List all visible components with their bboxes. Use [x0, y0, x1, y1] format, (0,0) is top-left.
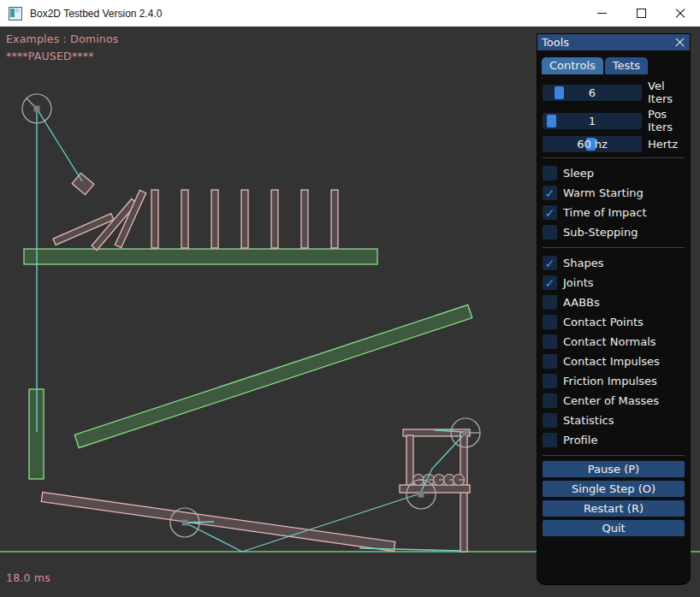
- anchor-square-4: [418, 492, 424, 498]
- domino-standing-2: [181, 190, 188, 248]
- hertz-label: Hertz: [648, 138, 678, 151]
- pos-iters-label: Pos Iters: [648, 108, 685, 133]
- checkbox[interactable]: [543, 354, 557, 369]
- checkbox[interactable]: [543, 433, 557, 447]
- checkbox-row-friction-impulses[interactable]: Friction Impulses: [543, 371, 685, 391]
- single-step-button[interactable]: Single Step (O): [543, 481, 685, 497]
- seesaw-plank: [41, 493, 394, 552]
- frame-left-post: [406, 435, 413, 490]
- window-title: Box2D Testbed Version 2.4.0: [30, 8, 163, 20]
- checkbox-row-joints[interactable]: Joints: [543, 273, 685, 293]
- checkbox-row-statistics[interactable]: Statistics: [543, 411, 685, 430]
- checkbox[interactable]: [543, 166, 557, 180]
- vel-iters-slider[interactable]: 6: [543, 85, 642, 101]
- separator: [543, 157, 685, 158]
- domino-standing-4: [241, 190, 248, 248]
- tools-panel-title: Tools: [542, 36, 569, 49]
- checkbox-row-contact-impulses[interactable]: Contact Impulses: [543, 352, 685, 371]
- separator: [543, 455, 685, 456]
- domino-standing-3: [211, 190, 218, 248]
- restart-button[interactable]: Restart (R): [543, 500, 685, 517]
- pos-iters-slider[interactable]: 1: [543, 113, 642, 129]
- checkbox[interactable]: [543, 275, 557, 290]
- checkbox[interactable]: [543, 413, 557, 428]
- maximize-icon: [637, 9, 646, 18]
- vel-iters-label: Vel Iters: [648, 80, 685, 105]
- hertz-slider[interactable]: 60 hz: [543, 136, 642, 152]
- domino-standing-5: [271, 190, 278, 248]
- tools-panel: Tools Controls Tests 6 Vel Iters: [537, 34, 690, 584]
- checkbox-row-contact-points[interactable]: Contact Points: [543, 312, 685, 332]
- tools-panel-titlebar[interactable]: Tools: [537, 34, 690, 50]
- checkbox[interactable]: [543, 225, 557, 239]
- checkbox[interactable]: [543, 256, 557, 270]
- domino-platform: [24, 249, 377, 264]
- checkbox-row-sub-stepping[interactable]: Sub-Stepping: [543, 222, 685, 242]
- app-icon: [9, 7, 22, 21]
- simulation-canvas[interactable]: Examples : Dominos ****PAUSED**** 18.0 m…: [0, 27, 700, 597]
- tab-tests[interactable]: Tests: [605, 57, 648, 74]
- checkbox[interactable]: [543, 334, 557, 349]
- checkbox-row-profile[interactable]: Profile: [543, 430, 685, 450]
- anchor-square-2: [182, 520, 188, 526]
- checkbox[interactable]: [543, 186, 557, 200]
- domino-standing-6: [301, 190, 308, 248]
- paused-label: ****PAUSED****: [6, 50, 94, 62]
- checkbox[interactable]: [543, 393, 557, 408]
- domino-standing-7: [331, 190, 338, 248]
- example-label: Examples : Dominos: [6, 33, 119, 45]
- app-window: Box2D Testbed Version 2.4.0: [0, 0, 700, 597]
- checkbox[interactable]: [543, 315, 557, 329]
- checkbox[interactable]: [543, 374, 557, 388]
- checkbox-row-sleep[interactable]: Sleep: [543, 163, 685, 183]
- panel-close-icon[interactable]: [674, 37, 685, 48]
- tab-controls[interactable]: Controls: [542, 57, 603, 74]
- tab-bar: Controls Tests: [542, 57, 685, 74]
- pause-button[interactable]: Pause (P): [543, 461, 685, 477]
- checkbox-row-warm-starting[interactable]: Warm Starting: [543, 183, 685, 203]
- checkbox[interactable]: [543, 295, 557, 310]
- close-button[interactable]: [661, 0, 700, 27]
- window-titlebar[interactable]: Box2D Testbed Version 2.4.0: [0, 0, 700, 27]
- anchor-square-1: [34, 106, 40, 112]
- minimize-button[interactable]: [582, 0, 621, 27]
- close-icon: [675, 9, 685, 19]
- frame-time-label: 18.0 ms: [6, 571, 50, 584]
- maximize-button[interactable]: [621, 0, 661, 27]
- domino-standing-1: [151, 190, 158, 248]
- checkbox-row-time-of-impact[interactable]: Time of Impact: [543, 203, 685, 222]
- checkbox-row-shapes[interactable]: Shapes: [543, 253, 685, 273]
- angled-green-plank: [74, 304, 472, 447]
- pendulum-box: [72, 173, 94, 194]
- checkbox-row-contact-normals[interactable]: Contact Normals: [543, 332, 685, 352]
- anchor-square-3: [463, 430, 469, 436]
- quit-button[interactable]: Quit: [543, 520, 685, 536]
- checkbox-row-aabbs[interactable]: AABBs: [543, 293, 685, 312]
- separator: [543, 247, 685, 248]
- checkbox[interactable]: [543, 205, 557, 220]
- minimize-icon: [597, 13, 607, 14]
- checkbox-row-center-of-masses[interactable]: Center of Masses: [543, 391, 685, 411]
